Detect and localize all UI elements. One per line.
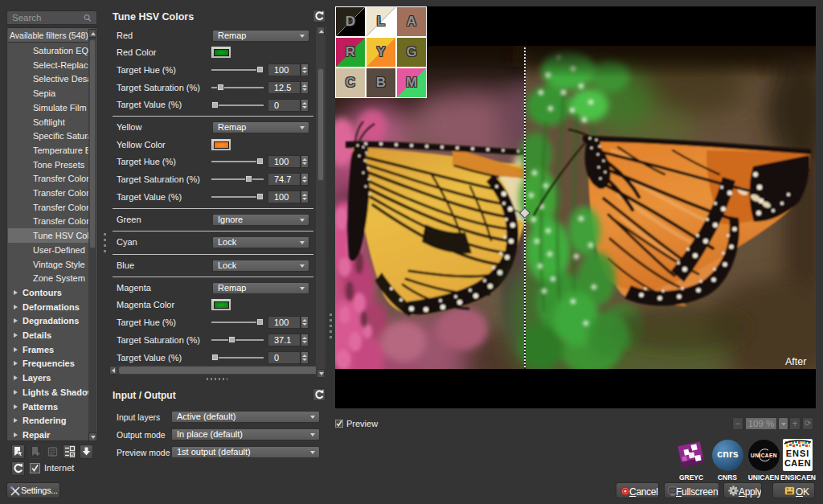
svg-text:ENSI: ENSI (786, 449, 810, 458)
svg-text:CAEN: CAEN (784, 458, 811, 468)
svg-text:UNiCAEN: UNiCAEN (751, 453, 777, 458)
